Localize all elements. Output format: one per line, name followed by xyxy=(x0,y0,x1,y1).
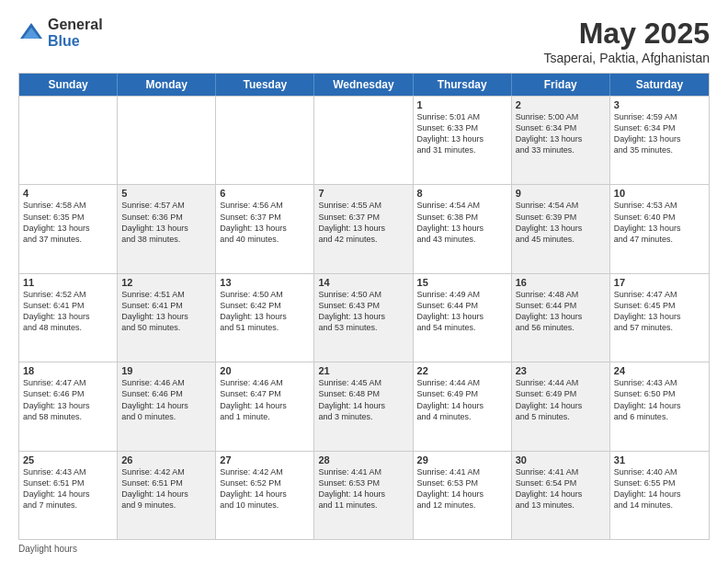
subtitle: Tsaperai, Paktia, Afghanistan xyxy=(543,51,710,65)
cell-text: Sunrise: 4:44 AM Sunset: 6:49 PM Dayligh… xyxy=(417,377,507,422)
calendar: SundayMondayTuesdayWednesdayThursdayFrid… xyxy=(18,73,710,540)
cell-text: Sunrise: 4:52 AM Sunset: 6:41 PM Dayligh… xyxy=(23,289,113,334)
cell-text: Sunrise: 4:45 AM Sunset: 6:48 PM Dayligh… xyxy=(318,377,408,422)
cell-text: Sunrise: 4:41 AM Sunset: 6:53 PM Dayligh… xyxy=(318,466,408,511)
cell-text: Sunrise: 4:53 AM Sunset: 6:40 PM Dayligh… xyxy=(614,200,705,245)
cell-text: Sunrise: 4:46 AM Sunset: 6:46 PM Dayligh… xyxy=(121,377,211,422)
cal-cell-7: 7Sunrise: 4:55 AM Sunset: 6:37 PM Daylig… xyxy=(314,185,413,272)
cal-cell-31: 31Sunrise: 4:40 AM Sunset: 6:55 PM Dayli… xyxy=(610,452,709,539)
day-header-wednesday: Wednesday xyxy=(314,74,413,96)
cell-text: Sunrise: 4:57 AM Sunset: 6:36 PM Dayligh… xyxy=(121,200,211,245)
cal-cell-24: 24Sunrise: 4:43 AM Sunset: 6:50 PM Dayli… xyxy=(610,362,709,450)
day-number: 25 xyxy=(23,454,113,465)
cal-cell-16: 16Sunrise: 4:48 AM Sunset: 6:44 PM Dayli… xyxy=(512,274,610,362)
cal-cell-10: 10Sunrise: 4:53 AM Sunset: 6:40 PM Dayli… xyxy=(610,185,709,272)
day-header-sunday: Sunday xyxy=(19,74,118,96)
cell-text: Sunrise: 4:48 AM Sunset: 6:44 PM Dayligh… xyxy=(516,289,606,334)
day-number: 7 xyxy=(318,188,408,199)
cell-text: Sunrise: 4:42 AM Sunset: 6:52 PM Dayligh… xyxy=(220,466,310,511)
day-number: 12 xyxy=(121,277,211,288)
day-number: 26 xyxy=(121,454,211,465)
cal-cell-22: 22Sunrise: 4:44 AM Sunset: 6:49 PM Dayli… xyxy=(414,362,512,450)
footer-note: Daylight hours xyxy=(18,544,710,554)
cal-cell-26: 26Sunrise: 4:42 AM Sunset: 6:51 PM Dayli… xyxy=(118,452,216,539)
day-number: 5 xyxy=(121,188,211,199)
cell-text: Sunrise: 4:41 AM Sunset: 6:53 PM Dayligh… xyxy=(417,466,507,511)
day-number: 8 xyxy=(417,188,507,199)
week-row-1: 1Sunrise: 5:01 AM Sunset: 6:33 PM Daylig… xyxy=(19,96,709,184)
cal-cell-empty-2 xyxy=(216,97,314,184)
cell-text: Sunrise: 4:50 AM Sunset: 6:43 PM Dayligh… xyxy=(318,289,408,334)
cal-cell-14: 14Sunrise: 4:50 AM Sunset: 6:43 PM Dayli… xyxy=(314,274,413,362)
cal-cell-9: 9Sunrise: 4:54 AM Sunset: 6:39 PM Daylig… xyxy=(512,185,610,272)
cell-text: Sunrise: 4:44 AM Sunset: 6:49 PM Dayligh… xyxy=(516,377,606,422)
cell-text: Sunrise: 4:58 AM Sunset: 6:35 PM Dayligh… xyxy=(23,200,113,245)
cell-text: Sunrise: 4:43 AM Sunset: 6:51 PM Dayligh… xyxy=(23,466,113,511)
day-number: 16 xyxy=(516,277,606,288)
cell-text: Sunrise: 4:59 AM Sunset: 6:34 PM Dayligh… xyxy=(614,111,705,156)
title-area: May 2025 Tsaperai, Paktia, Afghanistan xyxy=(543,17,710,65)
cell-text: Sunrise: 4:56 AM Sunset: 6:37 PM Dayligh… xyxy=(220,200,310,245)
cell-text: Sunrise: 4:50 AM Sunset: 6:42 PM Dayligh… xyxy=(220,289,310,334)
cal-cell-23: 23Sunrise: 4:44 AM Sunset: 6:49 PM Dayli… xyxy=(512,362,610,450)
week-row-5: 25Sunrise: 4:43 AM Sunset: 6:51 PM Dayli… xyxy=(19,451,709,539)
week-row-3: 11Sunrise: 4:52 AM Sunset: 6:41 PM Dayli… xyxy=(19,273,709,362)
day-number: 20 xyxy=(220,365,310,376)
day-header-saturday: Saturday xyxy=(610,74,709,96)
cal-cell-15: 15Sunrise: 4:49 AM Sunset: 6:44 PM Dayli… xyxy=(414,274,512,362)
logo-general: General xyxy=(48,17,103,33)
cell-text: Sunrise: 4:42 AM Sunset: 6:51 PM Dayligh… xyxy=(121,466,211,511)
cal-cell-20: 20Sunrise: 4:46 AM Sunset: 6:47 PM Dayli… xyxy=(216,362,314,450)
day-header-friday: Friday xyxy=(512,74,610,96)
day-number: 13 xyxy=(220,277,310,288)
day-number: 21 xyxy=(318,365,408,376)
calendar-body: 1Sunrise: 5:01 AM Sunset: 6:33 PM Daylig… xyxy=(19,96,709,539)
cell-text: Sunrise: 4:55 AM Sunset: 6:37 PM Dayligh… xyxy=(318,200,408,245)
day-number: 19 xyxy=(121,365,211,376)
cal-cell-empty-0 xyxy=(19,97,118,184)
day-number: 9 xyxy=(516,188,606,199)
week-row-2: 4Sunrise: 4:58 AM Sunset: 6:35 PM Daylig… xyxy=(19,184,709,272)
cal-cell-25: 25Sunrise: 4:43 AM Sunset: 6:51 PM Dayli… xyxy=(19,452,118,539)
cal-cell-6: 6Sunrise: 4:56 AM Sunset: 6:37 PM Daylig… xyxy=(216,185,314,272)
day-number: 31 xyxy=(614,454,705,465)
day-number: 10 xyxy=(614,188,705,199)
cell-text: Sunrise: 4:40 AM Sunset: 6:55 PM Dayligh… xyxy=(614,466,705,511)
cal-cell-30: 30Sunrise: 4:41 AM Sunset: 6:54 PM Dayli… xyxy=(512,452,610,539)
cell-text: Sunrise: 5:01 AM Sunset: 6:33 PM Dayligh… xyxy=(417,111,507,156)
cal-cell-5: 5Sunrise: 4:57 AM Sunset: 6:36 PM Daylig… xyxy=(118,185,216,272)
cell-text: Sunrise: 4:49 AM Sunset: 6:44 PM Dayligh… xyxy=(417,289,507,334)
day-number: 4 xyxy=(23,188,113,199)
logo-blue: Blue xyxy=(48,33,103,50)
logo: General Blue xyxy=(18,17,103,49)
cell-text: Sunrise: 5:00 AM Sunset: 6:34 PM Dayligh… xyxy=(516,111,606,156)
calendar-header: SundayMondayTuesdayWednesdayThursdayFrid… xyxy=(19,74,709,96)
day-number: 3 xyxy=(614,99,705,110)
header: General Blue May 2025 Tsaperai, Paktia, … xyxy=(18,17,710,65)
day-number: 2 xyxy=(516,99,606,110)
cal-cell-28: 28Sunrise: 4:41 AM Sunset: 6:53 PM Dayli… xyxy=(314,452,413,539)
page: General Blue May 2025 Tsaperai, Paktia, … xyxy=(0,0,728,563)
day-number: 1 xyxy=(417,99,507,110)
day-number: 28 xyxy=(318,454,408,465)
day-number: 6 xyxy=(220,188,310,199)
cell-text: Sunrise: 4:41 AM Sunset: 6:54 PM Dayligh… xyxy=(516,466,606,511)
cal-cell-27: 27Sunrise: 4:42 AM Sunset: 6:52 PM Dayli… xyxy=(216,452,314,539)
day-number: 18 xyxy=(23,365,113,376)
cal-cell-19: 19Sunrise: 4:46 AM Sunset: 6:46 PM Dayli… xyxy=(118,362,216,450)
cell-text: Sunrise: 4:51 AM Sunset: 6:41 PM Dayligh… xyxy=(121,289,211,334)
cal-cell-8: 8Sunrise: 4:54 AM Sunset: 6:38 PM Daylig… xyxy=(414,185,512,272)
day-number: 29 xyxy=(417,454,507,465)
cell-text: Sunrise: 4:47 AM Sunset: 6:46 PM Dayligh… xyxy=(23,377,113,422)
cal-cell-2: 2Sunrise: 5:00 AM Sunset: 6:34 PM Daylig… xyxy=(512,97,610,184)
cal-cell-3: 3Sunrise: 4:59 AM Sunset: 6:34 PM Daylig… xyxy=(610,97,709,184)
cell-text: Sunrise: 4:54 AM Sunset: 6:39 PM Dayligh… xyxy=(516,200,606,245)
day-number: 23 xyxy=(516,365,606,376)
cal-cell-empty-1 xyxy=(118,97,216,184)
cell-text: Sunrise: 4:43 AM Sunset: 6:50 PM Dayligh… xyxy=(614,377,705,422)
cal-cell-13: 13Sunrise: 4:50 AM Sunset: 6:42 PM Dayli… xyxy=(216,274,314,362)
day-number: 27 xyxy=(220,454,310,465)
day-number: 15 xyxy=(417,277,507,288)
cell-text: Sunrise: 4:54 AM Sunset: 6:38 PM Dayligh… xyxy=(417,200,507,245)
cal-cell-1: 1Sunrise: 5:01 AM Sunset: 6:33 PM Daylig… xyxy=(414,97,512,184)
